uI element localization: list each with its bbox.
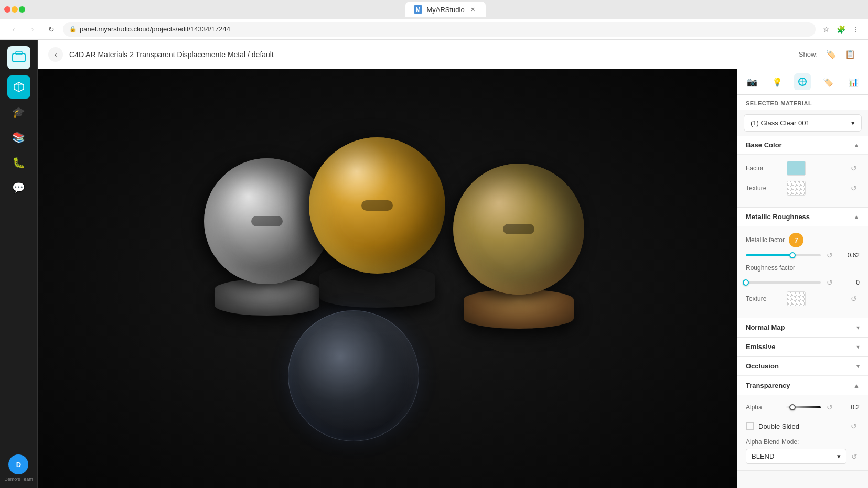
right-panel: 📷 💡 🏷️ 📊 Selected Material (1) Glass Cle… xyxy=(737,69,868,488)
extensions-icon[interactable]: 🧩 xyxy=(834,23,847,36)
section-title-transparency: Transparency xyxy=(746,382,790,389)
blend-reset-btn[interactable]: ↺ xyxy=(850,451,860,462)
roughness-slider-row: ↺ 0 xyxy=(746,277,860,288)
roughness-reset-btn[interactable]: ↺ xyxy=(824,277,835,288)
factor-label: Factor xyxy=(746,165,783,172)
base-color-factor-row: Factor ↺ xyxy=(746,161,860,176)
user-label: Demo's Team xyxy=(4,476,33,482)
section-content-metallic: Metallic factor 7 ↺ 0.62 xyxy=(737,226,868,318)
texture-reset-btn[interactable]: ↺ xyxy=(848,182,860,194)
blend-mode-dropdown[interactable]: BLEND ▾ xyxy=(746,449,846,464)
metallic-slider[interactable] xyxy=(746,254,821,256)
sidebar-item-bug[interactable]: 🐛 xyxy=(7,151,30,174)
section-chevron-emissive: ▾ xyxy=(856,343,860,351)
alpha-blend-label: Alpha Blend Mode: xyxy=(746,438,860,446)
show-label: Show: xyxy=(799,50,818,58)
browser-max-btn[interactable] xyxy=(19,6,25,13)
section-content-transparency: Alpha ↺ 0.2 Double Sided ↺ xyxy=(737,395,868,470)
section-title-occlusion: Occlusion xyxy=(746,362,779,370)
section-header-emissive[interactable]: Emissive ▾ xyxy=(737,338,868,356)
panel-icon-material[interactable] xyxy=(794,73,811,90)
sidebar-logo[interactable] xyxy=(7,46,30,69)
panel-icon-light[interactable]: 💡 xyxy=(769,73,786,90)
metallic-texture-row: Texture ↺ xyxy=(746,291,860,306)
sphere-body-bronze xyxy=(453,164,584,295)
double-sided-checkbox[interactable] xyxy=(746,422,754,430)
nav-bar: ‹ › ↻ 🔒 panel.myarstudio.cloud/projects/… xyxy=(0,19,868,40)
nav-back-btn[interactable]: ‹ xyxy=(6,22,21,37)
browser-min-btn[interactable] xyxy=(12,6,18,13)
section-header-normal-map[interactable]: Normal Map ▾ xyxy=(737,318,868,337)
lock-icon: 🔒 xyxy=(69,26,77,32)
section-chevron-base-color: ▲ xyxy=(853,142,860,149)
texture-label: Texture xyxy=(746,185,783,192)
nav-actions: ☆ 🧩 ⋮ xyxy=(820,23,862,36)
section-header-transparency[interactable]: Transparency ▲ xyxy=(737,376,868,395)
bookmark-icon[interactable]: ☆ xyxy=(820,23,832,36)
slot-mark-right xyxy=(503,224,534,234)
section-header-occlusion[interactable]: Occlusion ▾ xyxy=(737,357,868,376)
list-icon[interactable]: 📋 xyxy=(843,47,858,62)
metallic-texture-label: Texture xyxy=(746,295,783,302)
panel-icon-chart[interactable]: 📊 xyxy=(845,73,862,90)
sidebar-item-learn[interactable]: 🎓 xyxy=(7,101,30,124)
tab-close-btn[interactable]: ✕ xyxy=(469,5,477,14)
browser-close-btn[interactable] xyxy=(4,6,10,13)
address-bar[interactable]: 🔒 panel.myarstudio.cloud/projects/edit/1… xyxy=(63,22,816,37)
section-chevron-metallic: ▲ xyxy=(853,213,860,221)
blend-chevron-icon: ▾ xyxy=(837,452,841,460)
tab-label: MyARStudio xyxy=(426,6,464,14)
section-transparency: Transparency ▲ Alpha ↺ 0.2 xyxy=(737,376,868,471)
alpha-value: 0.2 xyxy=(839,404,860,411)
back-button[interactable]: ‹ xyxy=(48,47,63,62)
content-area: ‹ C4D AR Materials 2 Transparent Displac… xyxy=(38,40,868,488)
section-header-metallic[interactable]: Metallic Roughness ▲ xyxy=(737,208,868,226)
tag-icon[interactable]: 🏷️ xyxy=(824,47,839,62)
section-base-color: Base Color ▲ Factor ↺ Texture ↺ xyxy=(737,136,868,208)
metallic-factor-label: Metallic factor xyxy=(746,236,785,244)
material-dropdown[interactable]: (1) Glass Clear 001 ▾ xyxy=(744,114,862,132)
section-header-base-color[interactable]: Base Color ▲ xyxy=(737,136,868,155)
base-color-texture-swatch[interactable] xyxy=(787,181,806,196)
top-bar-icons: 🏷️ 📋 xyxy=(824,47,858,62)
sidebar-item-library[interactable]: 📚 xyxy=(7,126,30,149)
sidebar-item-chat[interactable]: 💬 xyxy=(7,176,30,199)
alpha-reset-btn[interactable]: ↺ xyxy=(824,402,835,413)
browser-controls xyxy=(4,6,25,13)
roughness-slider-thumb[interactable] xyxy=(743,279,749,286)
panel-icon-tag[interactable]: 🏷️ xyxy=(820,73,837,90)
section-title-normal-map: Normal Map xyxy=(746,323,785,331)
browser-tab[interactable]: M MyARStudio ✕ xyxy=(405,2,485,17)
metallic-texture-swatch[interactable] xyxy=(787,291,806,306)
menu-icon[interactable]: ⋮ xyxy=(849,23,862,36)
double-sided-row: Double Sided ↺ xyxy=(746,416,860,436)
section-normal-map: Normal Map ▾ xyxy=(737,318,868,338)
metallic-reset-btn[interactable]: ↺ xyxy=(824,250,835,261)
section-title-metallic: Metallic Roughness xyxy=(746,213,810,221)
viewport[interactable] xyxy=(38,69,737,488)
metallic-slider-thumb[interactable] xyxy=(789,252,796,258)
sidebar-item-cube[interactable] xyxy=(7,75,30,99)
roughness-slider[interactable] xyxy=(746,281,821,284)
panel-icon-camera[interactable]: 📷 xyxy=(744,73,760,90)
section-occlusion: Occlusion ▾ xyxy=(737,357,868,376)
alpha-slider[interactable] xyxy=(786,406,821,408)
top-bar: ‹ C4D AR Materials 2 Transparent Displac… xyxy=(38,40,868,69)
base-color-factor-swatch[interactable] xyxy=(787,161,806,176)
base-color-texture-row: Texture ↺ xyxy=(746,181,860,196)
user-avatar[interactable]: D xyxy=(8,454,28,474)
tab-favicon: M xyxy=(414,5,422,14)
panel-top-icons: 📷 💡 🏷️ 📊 xyxy=(737,69,868,95)
nav-refresh-btn[interactable]: ↻ xyxy=(44,22,59,37)
metallic-texture-reset-btn[interactable]: ↺ xyxy=(848,293,860,305)
section-title-emissive: Emissive xyxy=(746,343,775,351)
dropdown-chevron-icon: ▾ xyxy=(851,119,855,127)
factor-reset-btn[interactable]: ↺ xyxy=(848,162,860,174)
double-sided-label: Double Sided xyxy=(758,422,799,430)
sphere-body-gold xyxy=(309,137,445,274)
alpha-label: Alpha xyxy=(746,404,783,411)
double-sided-reset-btn[interactable]: ↺ xyxy=(848,420,860,432)
roughness-label-row: Roughness factor xyxy=(746,264,860,272)
nav-forward-btn[interactable]: › xyxy=(25,22,40,37)
alpha-slider-thumb[interactable] xyxy=(789,404,796,410)
